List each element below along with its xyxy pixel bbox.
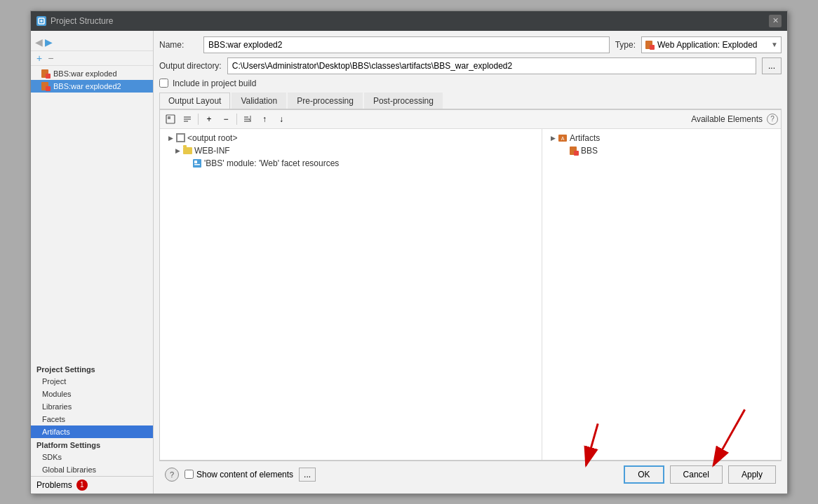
tree-item-bbs-module[interactable]: ▶ 'BBS' module: 'Web' facet resources	[163, 157, 539, 170]
avail-bbs-label: BBS	[581, 146, 598, 156]
cancel-button[interactable]: Cancel	[670, 465, 723, 484]
problems-label: Problems	[36, 480, 72, 490]
avail-bbs-icon	[569, 146, 579, 156]
sidebar-item-global-libraries[interactable]: Global Libraries	[31, 463, 153, 476]
output-dir-input[interactable]	[227, 57, 756, 74]
tree-item-output-root[interactable]: ▶ <output root>	[163, 132, 539, 144]
toolbar-sep2	[236, 114, 237, 125]
tabs-bar: Output Layout Validation Pre-processing …	[159, 93, 782, 109]
bbs-module-label: 'BBS' module: 'Web' facet resources	[204, 158, 339, 168]
avail-artifacts-icon: A	[558, 133, 568, 143]
svg-rect-4	[168, 116, 170, 119]
content-toolbar: + − ↑ ↓ Available Elements	[160, 110, 781, 129]
bbs-module-icon	[192, 158, 202, 168]
available-elements-label: Available Elements	[691, 114, 765, 124]
sidebar-item-facets[interactable]: Facets	[31, 413, 153, 425]
svg-rect-12	[194, 161, 197, 163]
expand-web-inf[interactable]: ▶	[173, 146, 182, 156]
split-content: ▶ <output root> ▶ WEB-INF	[160, 129, 781, 460]
sidebar-item-project[interactable]: Project	[31, 375, 153, 388]
content-panel: + − ↑ ↓ Available Elements	[159, 109, 782, 461]
nav-forward-button[interactable]: ▶	[45, 36, 53, 48]
help-icon[interactable]: ?	[767, 114, 778, 125]
artifact-item-bbs-war-exploded[interactable]: BBS:war exploded	[31, 67, 153, 80]
name-input[interactable]	[203, 36, 610, 53]
dialog-icon	[36, 16, 46, 26]
toolbar-icon1[interactable]	[163, 112, 178, 126]
toolbar-up-button[interactable]: ↑	[257, 112, 272, 126]
include-build-label[interactable]: Include in project build	[173, 79, 256, 88]
artifact-item-bbs-war-exploded2[interactable]: BBS:war exploded2	[31, 80, 153, 93]
name-label: Name:	[159, 40, 198, 50]
title-bar-left: Project Structure	[36, 16, 113, 26]
ok-button[interactable]: OK	[624, 465, 664, 484]
include-build-checkbox[interactable]	[159, 79, 168, 88]
dialog-body: ◀ ▶ + − BBS:war exploded BBS:war explode…	[31, 31, 787, 493]
browse-button[interactable]: ...	[762, 57, 782, 74]
show-content-row: Show content of elements	[185, 470, 293, 479]
project-structure-dialog: Project Structure ✕ ◀ ▶ + − BBS:war expl…	[30, 11, 788, 494]
include-build-row: Include in project build	[159, 79, 782, 88]
platform-settings-label: Platform Settings	[31, 438, 153, 451]
add-artifact-button[interactable]: +	[35, 53, 43, 63]
sidebar: ◀ ▶ + − BBS:war exploded BBS:war explode…	[31, 31, 154, 493]
output-root-label: <output root>	[187, 133, 237, 143]
name-row: Name: Type: Web Application: Exploded ▼	[159, 36, 782, 53]
svg-rect-11	[193, 159, 201, 168]
toolbar-icon2[interactable]	[180, 112, 195, 126]
nav-arrows: ◀ ▶	[31, 34, 153, 51]
output-dir-label: Output directory:	[159, 61, 222, 71]
tab-validation[interactable]: Validation	[232, 93, 286, 109]
war-icon-2	[41, 81, 51, 91]
toolbar-remove-button[interactable]: −	[218, 112, 234, 126]
show-content-checkbox[interactable]	[185, 470, 194, 479]
svg-text:A: A	[561, 136, 565, 141]
war-icon	[41, 69, 51, 79]
type-dropdown-arrow: ▼	[771, 41, 778, 48]
apply-button[interactable]: Apply	[728, 465, 776, 484]
tree-item-web-inf[interactable]: ▶ WEB-INF	[163, 144, 539, 157]
dialog-title: Project Structure	[51, 16, 113, 26]
avail-artifacts-label: Artifacts	[570, 133, 600, 143]
sidebar-item-sdks[interactable]: SDKs	[31, 451, 153, 463]
type-label: Type:	[615, 40, 636, 50]
close-button[interactable]: ✕	[769, 15, 782, 27]
sidebar-item-artifacts[interactable]: Artifacts	[31, 425, 153, 438]
bottom-bar: ? Show content of elements ... OK Cancel…	[159, 461, 782, 488]
problems-section[interactable]: Problems 1	[31, 476, 153, 493]
type-select-text: Web Application: Exploded	[657, 40, 771, 50]
web-inf-folder-icon	[182, 146, 192, 156]
tab-output-layout[interactable]: Output Layout	[159, 93, 230, 109]
available-panel: ▶ A Artifacts ▶	[542, 129, 781, 460]
tree-panel: ▶ <output root> ▶ WEB-INF	[160, 129, 542, 460]
title-bar: Project Structure ✕	[31, 11, 787, 31]
sidebar-item-modules[interactable]: Modules	[31, 388, 153, 400]
nav-back-button[interactable]: ◀	[35, 36, 43, 48]
output-dir-row: Output directory: ...	[159, 57, 782, 74]
problems-badge: 1	[76, 479, 88, 491]
avail-bbs-item[interactable]: ▶ BBS	[545, 144, 778, 157]
tab-post-processing[interactable]: Post-processing	[364, 93, 443, 109]
web-inf-label: WEB-INF	[194, 146, 230, 156]
avail-artifacts-item[interactable]: ▶ A Artifacts	[545, 132, 778, 144]
show-content-label[interactable]: Show content of elements	[196, 470, 293, 479]
tab-pre-processing[interactable]: Pre-processing	[288, 93, 363, 109]
toolbar-sort-button[interactable]	[240, 112, 255, 126]
project-settings-label: Project Settings	[31, 362, 153, 375]
expand-output-root[interactable]: ▶	[166, 133, 175, 143]
ellipsis-button[interactable]: ...	[299, 468, 316, 482]
bottom-help-button[interactable]: ?	[165, 468, 179, 482]
svg-rect-13	[194, 164, 200, 165]
toolbar-add-button[interactable]: +	[201, 112, 217, 126]
toolbar-down-button[interactable]: ↓	[274, 112, 289, 126]
expand-avail-artifacts[interactable]: ▶	[548, 133, 558, 143]
main-content: Name: Type: Web Application: Exploded ▼ …	[154, 31, 787, 493]
type-icon	[645, 40, 655, 50]
sidebar-item-libraries[interactable]: Libraries	[31, 400, 153, 413]
type-dropdown[interactable]: Web Application: Exploded ▼	[641, 36, 782, 53]
output-root-icon	[175, 133, 185, 143]
sidebar-toolbar: + −	[31, 51, 153, 66]
toolbar-sep1	[198, 114, 199, 125]
remove-artifact-button[interactable]: −	[46, 53, 55, 63]
